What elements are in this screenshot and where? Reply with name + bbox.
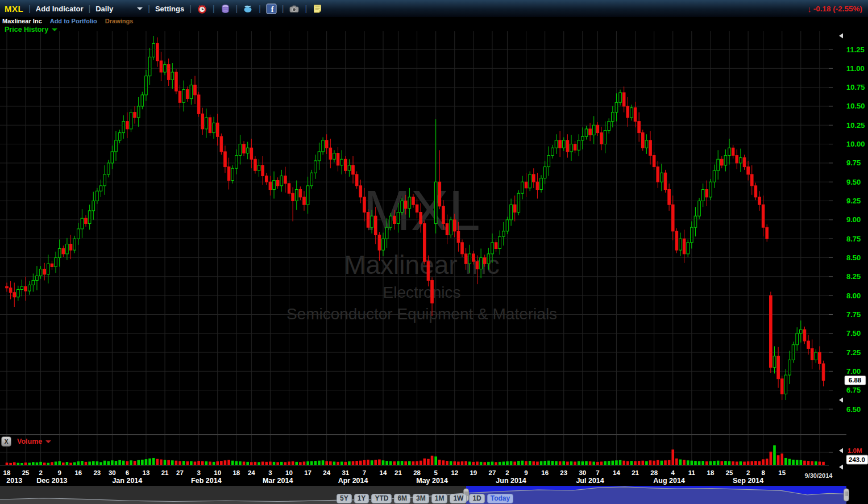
range-button-ytd[interactable]: YTD — [371, 494, 392, 503]
svg-text:15: 15 — [778, 469, 786, 476]
svg-text:6: 6 — [126, 469, 129, 476]
symbol-label[interactable]: MXL — [5, 4, 23, 14]
divider: | — [28, 4, 31, 13]
svg-text:21: 21 — [394, 469, 402, 476]
range-button-1w[interactable]: 1W — [450, 494, 467, 503]
svg-text:f: f — [271, 5, 273, 14]
svg-text:18: 18 — [707, 469, 715, 476]
svg-text:14: 14 — [613, 469, 620, 476]
svg-text:12: 12 — [451, 469, 458, 476]
svg-text:6.50: 6.50 — [846, 405, 861, 414]
quote-change: ↓ -0.18 (-2.55%) — [807, 4, 862, 14]
range-button-today[interactable]: Today — [487, 494, 513, 503]
company-name: Maxlinear Inc — [2, 18, 42, 24]
svg-text:1.0M: 1.0M — [848, 447, 862, 454]
add-indicator-button[interactable]: Add Indicator — [36, 5, 84, 13]
svg-text:28: 28 — [413, 469, 421, 476]
volume-pane-header: X Volume — [1, 436, 51, 447]
svg-text:Jul 2014: Jul 2014 — [576, 477, 604, 485]
volume-bars-layer[interactable] — [6, 445, 825, 465]
facebook-icon[interactable]: f — [266, 3, 277, 14]
svg-text:MXL: MXL — [363, 178, 480, 242]
divider: | — [89, 4, 91, 13]
svg-text:23: 23 — [93, 469, 101, 476]
svg-text:7.25: 7.25 — [846, 348, 861, 357]
svg-text:28: 28 — [650, 469, 658, 476]
svg-text:Apr 2014: Apr 2014 — [338, 477, 368, 485]
range-button-6m[interactable]: 6M — [394, 494, 410, 503]
svg-text:3: 3 — [268, 469, 272, 476]
database-icon[interactable] — [220, 3, 231, 14]
svg-text:19: 19 — [470, 469, 477, 476]
svg-text:Jun 2014: Jun 2014 — [496, 477, 526, 485]
svg-text:9.75: 9.75 — [846, 159, 861, 167]
svg-text:31: 31 — [342, 469, 349, 476]
svg-text:18: 18 — [232, 469, 240, 476]
svg-text:18: 18 — [3, 469, 11, 476]
svg-text:Mar 2014: Mar 2014 — [263, 477, 293, 485]
svg-text:27: 27 — [489, 469, 496, 476]
svg-text:2013: 2013 — [6, 477, 22, 485]
svg-text:9.00: 9.00 — [846, 215, 861, 224]
svg-text:5: 5 — [434, 469, 438, 476]
symbol-subheader: Maxlinear Inc Add to Portfolio Drawings — [2, 18, 133, 24]
svg-text:21: 21 — [632, 469, 639, 476]
svg-text:2: 2 — [39, 469, 42, 476]
top-toolbar: MXL | Add Indicator | Daily | Settings |… — [0, 0, 868, 17]
svg-text:2: 2 — [746, 469, 750, 476]
drawings-link[interactable]: Drawings — [105, 18, 134, 24]
alerts-icon[interactable] — [197, 3, 207, 14]
svg-text:Feb 2014: Feb 2014 — [191, 477, 222, 485]
range-button-5y[interactable]: 5Y — [337, 494, 352, 503]
chart-watermark: MXLMaxlinear IncElectronicsSemiconductor… — [286, 178, 557, 323]
svg-text:11.25: 11.25 — [846, 45, 865, 54]
charting-app: MXLMaxlinear IncElectronicsSemiconductor… — [0, 0, 868, 504]
grid-layer — [0, 31, 829, 465]
svg-text:11.00: 11.00 — [846, 64, 865, 73]
svg-text:7: 7 — [596, 469, 599, 476]
svg-text:11: 11 — [688, 469, 696, 476]
range-button-1y[interactable]: 1Y — [354, 494, 369, 503]
svg-text:Semiconductor Equipment & Mate: Semiconductor Equipment & Materials — [286, 305, 557, 323]
svg-text:Electronics: Electronics — [383, 284, 461, 301]
svg-text:30: 30 — [579, 469, 586, 476]
notes-icon[interactable] — [312, 3, 323, 14]
timeframe-label: Daily — [95, 5, 113, 13]
svg-text:10.50: 10.50 — [846, 102, 865, 110]
range-button-1m[interactable]: 1M — [431, 494, 448, 503]
svg-text:8.00: 8.00 — [846, 291, 861, 300]
price-history-dropdown[interactable]: Price History — [5, 26, 57, 34]
divider: | — [189, 4, 192, 13]
divider: | — [259, 4, 261, 13]
divider: | — [213, 4, 215, 13]
price-axis[interactable]: 11.2511.0010.7510.5010.2510.009.759.509.… — [829, 45, 865, 414]
close-volume-button[interactable]: X — [1, 436, 11, 447]
svg-text:24: 24 — [323, 469, 330, 476]
volume-axis: 1.0M243.0 — [829, 447, 868, 470]
chevron-down-icon — [45, 440, 51, 443]
timeframe-dropdown[interactable]: Daily — [95, 5, 143, 13]
volume-dropdown[interactable]: Volume — [17, 438, 51, 445]
svg-text:7.00: 7.00 — [846, 367, 861, 376]
settings-button[interactable]: Settings — [155, 5, 184, 13]
svg-text:2: 2 — [505, 469, 509, 476]
svg-text:10.75: 10.75 — [846, 83, 865, 91]
svg-text:7.50: 7.50 — [846, 329, 861, 338]
x-axis[interactable]: 1825291623306132127310182431017243171421… — [3, 469, 833, 485]
last-price-badge: 6.88 — [845, 376, 866, 385]
snapshot-icon[interactable] — [289, 3, 300, 14]
svg-text:6.88: 6.88 — [849, 377, 862, 384]
range-button-3m[interactable]: 3M — [413, 494, 429, 503]
svg-text:10: 10 — [285, 469, 293, 476]
twitter-icon[interactable] — [243, 3, 254, 14]
range-button-1d[interactable]: 1D — [469, 494, 484, 503]
svg-text:7: 7 — [363, 469, 366, 476]
range-markers — [839, 34, 843, 403]
price-chart-canvas[interactable]: MXLMaxlinear IncElectronicsSemiconductor… — [0, 0, 868, 486]
svg-text:8.25: 8.25 — [846, 272, 861, 281]
svg-text:16: 16 — [74, 469, 82, 476]
add-to-portfolio-link[interactable]: Add to Portfolio — [50, 18, 97, 24]
svg-text:Dec 2013: Dec 2013 — [36, 477, 67, 485]
divider: | — [305, 4, 307, 13]
svg-text:10.25: 10.25 — [846, 121, 865, 130]
